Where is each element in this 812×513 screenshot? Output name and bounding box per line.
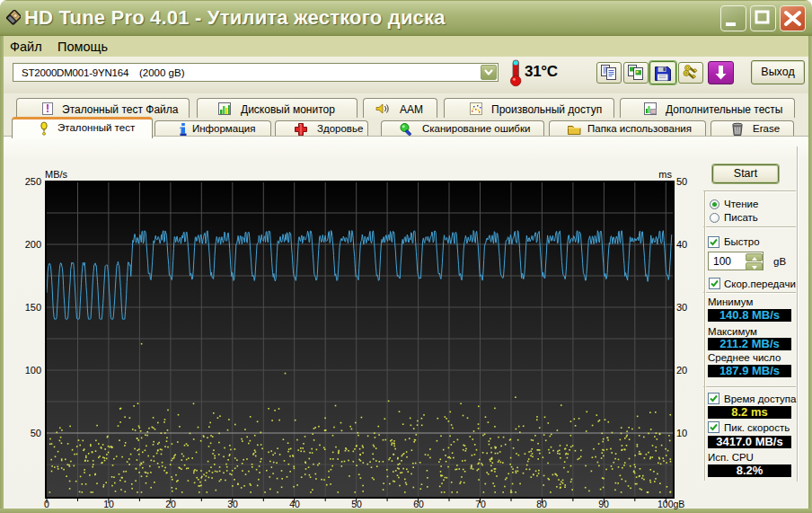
svg-text:30: 30	[227, 499, 238, 509]
svg-text:100: 100	[25, 365, 41, 376]
svg-text:!: !	[46, 102, 49, 115]
svg-text:50: 50	[676, 176, 687, 187]
svg-text:70: 70	[475, 499, 486, 509]
svg-text:60: 60	[413, 499, 424, 509]
svg-text:ms: ms	[658, 169, 672, 180]
svg-text:20: 20	[165, 499, 176, 509]
svg-text:40: 40	[289, 499, 300, 509]
svg-text:50: 50	[31, 428, 41, 438]
svg-text:10: 10	[676, 428, 687, 438]
svg-text:100gB: 100gB	[658, 499, 684, 509]
svg-text:30: 30	[676, 302, 687, 313]
svg-text:10: 10	[103, 499, 114, 509]
svg-text:50: 50	[351, 499, 362, 509]
svg-text:40: 40	[676, 239, 687, 250]
svg-text:90: 90	[598, 499, 609, 509]
svg-text:MB/s: MB/s	[45, 169, 68, 180]
svg-text:0: 0	[44, 499, 49, 509]
svg-text:20: 20	[676, 365, 687, 376]
svg-text:200: 200	[25, 239, 41, 250]
svg-text:80: 80	[536, 499, 547, 509]
svg-text:150: 150	[25, 302, 41, 313]
svg-text:250: 250	[25, 176, 41, 187]
